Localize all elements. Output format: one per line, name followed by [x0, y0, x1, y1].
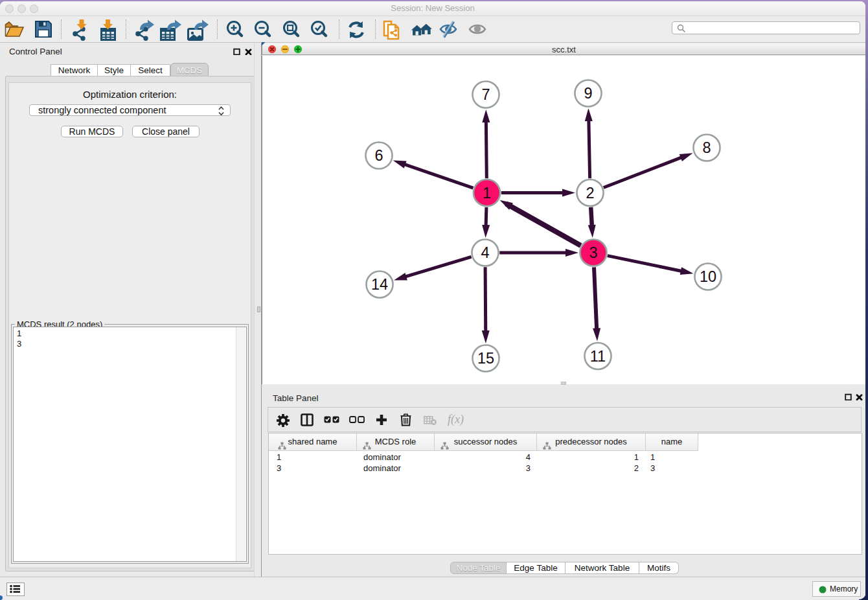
svg-text:15: 15 [477, 350, 494, 367]
svg-text:11: 11 [590, 348, 606, 365]
svg-text:10: 10 [700, 268, 716, 285]
svg-text:3: 3 [589, 244, 597, 261]
svg-text:8: 8 [702, 139, 711, 156]
svg-text:9: 9 [584, 85, 592, 102]
svg-text:7: 7 [481, 86, 490, 103]
svg-text:4: 4 [481, 244, 489, 261]
svg-text:14: 14 [371, 276, 388, 293]
svg-text:2: 2 [586, 185, 594, 202]
svg-text:6: 6 [374, 147, 383, 164]
svg-text:1: 1 [483, 185, 491, 202]
